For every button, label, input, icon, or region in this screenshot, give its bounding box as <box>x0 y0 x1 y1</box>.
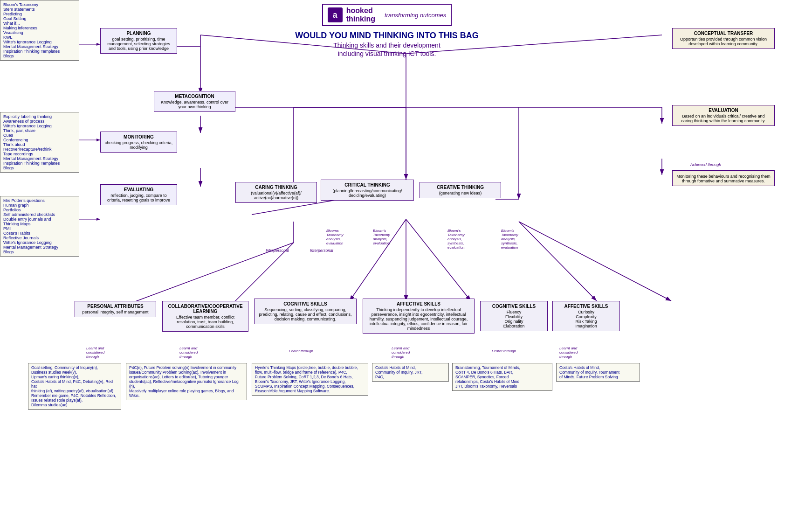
sub-title1: Thinking skills and their development <box>224 42 550 49</box>
bottom-box-2: P4C(n), Future Problem solving(n) Involv… <box>126 363 247 400</box>
affective-skills-right-node: AFFECTIVE SKILLS Curiosity Complexity Ri… <box>552 301 620 331</box>
svg-line-29 <box>519 222 671 301</box>
logo-text: hooked thinking <box>346 7 375 23</box>
bottom-box-3: Hyerle's Thinking Maps (circle,tree, bub… <box>252 363 368 396</box>
caring-thinking-node: CARING THINKING (valuational(v)/affectiv… <box>235 182 317 203</box>
learnt-label-4: Learnt and considered through <box>392 346 410 359</box>
blooms1-label: Blooms Taxonomy analysis, evaluation <box>326 229 344 245</box>
creative-thinking-node: CREATIVE THINKING (generating new ideas) <box>420 182 501 198</box>
bottom-box-5: Brainstorming, Tournament of Minds, CoRT… <box>452 363 552 391</box>
sub-title2: including visual thinking ICT tools. <box>224 50 550 57</box>
diagram-lines <box>0 0 812 508</box>
left-box-bot: Mrs Potter's questions Human graph Portf… <box>0 196 79 257</box>
critical-thinking-node: CRITICAL THINKING (planning/forecasting/… <box>321 180 414 201</box>
planning-node: PLANNING goal setting, prioritising, tim… <box>100 28 177 54</box>
evaluating-node: EVALUATING reflection, judging, compare … <box>100 184 177 205</box>
bottom-box-1: Goal setting, Community of Inquiry(n), B… <box>28 363 121 410</box>
collaborative-node: COLLABORATIVE/COOPERATIVE LEARNING Effec… <box>162 301 248 332</box>
left-box-top: Bloom's Taxonomy Stem statements Predict… <box>0 0 79 61</box>
learnt-label-5: Learnt through <box>492 349 516 353</box>
blooms2-label: Bloom's Taxonomy analysis, evaluation <box>373 229 390 245</box>
svg-line-28 <box>519 222 597 301</box>
main-container: a hooked thinking transforming outcomes … <box>0 0 812 508</box>
monitoring-behaviours-node: Monitoring these behaviours and recognis… <box>672 170 775 186</box>
bottom-box-6: Costa's Habits of Mind, Community of Inq… <box>556 363 640 382</box>
intrapersonal-label: Intrapersonal <box>266 248 289 253</box>
interpersonal-label: Interpersonal <box>310 248 333 253</box>
logo-icon: a <box>328 7 343 22</box>
learnt-label-1: Learnt and considered through <box>86 346 104 359</box>
cognitive-skills-right-node: COGNITIVE SKILLS Fluency Flexibility Ori… <box>480 301 548 331</box>
logo-box: a hooked thinking transforming outcomes <box>322 4 452 26</box>
cognitive-skills-main-node: COGNITIVE SKILLS Sequencing, sorting, cl… <box>254 299 357 324</box>
bottom-box-4: Costa's Habits of Mind, Community of Inq… <box>372 363 449 382</box>
metacognition-node: METACOGNITION Knowledge, awareness, cont… <box>154 91 235 112</box>
learnt-label-2: Learnt and considered through <box>179 346 198 359</box>
left-box-mid: Explicitly labelling thinking Awareness … <box>0 112 79 173</box>
learnt-label-3: Learnt through <box>289 349 313 353</box>
conceptual-transfer-node: CONCEPTUAL TRANSFER Opportunities provid… <box>672 28 775 49</box>
blooms3-label: Bloom's Taxonomy analysis, synthesis, ev… <box>447 229 466 250</box>
achieved-through-label: Achieved through <box>690 162 721 167</box>
blooms4-label: Bloom's Taxonomy analysis, synthesis, ev… <box>501 229 518 250</box>
header-section: a hooked thinking transforming outcomes … <box>224 4 550 57</box>
main-title: WOULD YOU MIND THINKING INTO THIS BAG <box>224 31 550 41</box>
evaluation-node: EVALUATION Based on an individuals criti… <box>672 105 775 126</box>
learnt-label-6: Learnt and considered through <box>559 346 578 359</box>
monitoring-node: MONITORING checking progress, checking c… <box>100 132 177 153</box>
personal-attributes-node: PERSONAL ATTRIBUTES personal integrity, … <box>75 301 156 317</box>
affective-skills-main-node: AFFECTIVE SKILLS Thinking independently … <box>363 299 475 334</box>
